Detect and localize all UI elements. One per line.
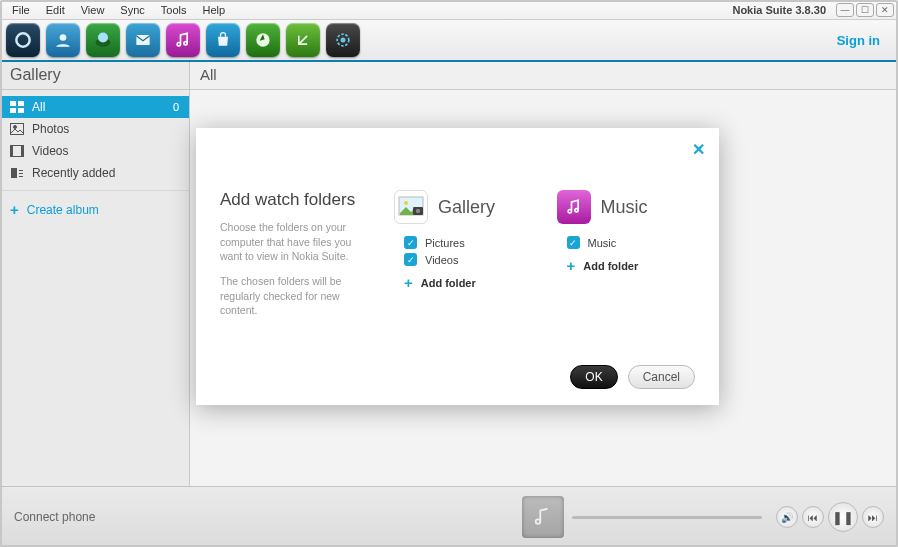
plus-icon: + (567, 257, 576, 274)
checkbox-label: Pictures (425, 237, 465, 249)
svg-rect-16 (22, 146, 24, 157)
music-col-icon (557, 190, 591, 224)
menu-view[interactable]: View (73, 2, 113, 18)
svg-point-24 (416, 209, 420, 213)
plus-icon: + (10, 201, 19, 218)
music-column: Music ✓ Music + Add folder (557, 146, 696, 328)
checkbox-checked-icon: ✓ (567, 236, 580, 249)
sidebar-item-all[interactable]: All 0 (0, 96, 189, 118)
svg-point-1 (60, 34, 67, 41)
sidebar-item-label: All (32, 100, 45, 114)
svg-point-3 (98, 33, 108, 43)
sidebar-item-count: 0 (173, 101, 179, 113)
app-title: Nokia Suite 3.8.30 (732, 4, 826, 16)
minimize-button[interactable]: — (836, 3, 854, 17)
checkbox-label: Videos (425, 254, 458, 266)
gallery-col-title: Gallery (438, 197, 495, 218)
music-add-folder-button[interactable]: + Add folder (567, 257, 696, 274)
add-folder-label: Add folder (583, 260, 638, 272)
menu-help[interactable]: Help (195, 2, 234, 18)
menu-tools[interactable]: Tools (153, 2, 195, 18)
dialog-desc-2: The chosen folders will be regularly che… (220, 274, 370, 318)
svg-rect-12 (11, 124, 24, 135)
window-controls: — ☐ ✕ (836, 3, 894, 17)
sidebar-item-photos[interactable]: Photos (0, 118, 189, 140)
add-watch-folders-dialog: ✕ Add watch folders Choose the folders o… (196, 128, 719, 405)
svg-rect-19 (19, 173, 23, 174)
main-toolbar: Sign in (0, 20, 898, 62)
music-checkbox-row[interactable]: ✓ Music (567, 236, 696, 249)
gallery-icon[interactable] (86, 23, 120, 57)
progress-bar[interactable] (572, 516, 762, 519)
connect-phone-label[interactable]: Connect phone (14, 510, 95, 524)
gallery-column: Gallery ✓ Pictures ✓ Videos + Add folder (394, 146, 533, 328)
svg-rect-9 (18, 101, 24, 106)
bottom-bar: Connect phone 🔊 ⏮ ❚❚ ⏭ (0, 486, 898, 547)
volume-button[interactable]: 🔊 (776, 506, 798, 528)
cancel-button[interactable]: Cancel (628, 365, 695, 389)
menu-file[interactable]: File (4, 2, 38, 18)
home-icon[interactable] (6, 23, 40, 57)
checkbox-checked-icon: ✓ (404, 236, 417, 249)
svg-rect-8 (10, 101, 16, 106)
music-icon[interactable] (166, 23, 200, 57)
sidebar-item-label: Photos (32, 122, 69, 136)
album-art (522, 496, 564, 538)
content-title: All (190, 62, 898, 89)
video-icon (10, 145, 24, 157)
svg-rect-20 (19, 176, 23, 177)
store-icon[interactable] (206, 23, 240, 57)
ok-button[interactable]: OK (570, 365, 617, 389)
dialog-close-button[interactable]: ✕ (692, 140, 705, 159)
sidebar-title: Gallery (0, 62, 190, 89)
dialog-desc-1: Choose the folders on your computer that… (220, 220, 370, 264)
grid-icon (10, 101, 24, 113)
close-button[interactable]: ✕ (876, 3, 894, 17)
dialog-title: Add watch folders (220, 190, 370, 210)
gallery-col-icon (394, 190, 428, 224)
sign-in-link[interactable]: Sign in (837, 33, 880, 48)
svg-point-13 (14, 126, 17, 129)
svg-rect-17 (11, 168, 17, 178)
settings-icon[interactable] (326, 23, 360, 57)
menu-bar: File Edit View Sync Tools Help Nokia Sui… (0, 0, 898, 20)
svg-point-22 (404, 201, 408, 205)
sidebar-item-recent[interactable]: Recently added (0, 162, 189, 184)
next-button[interactable]: ⏭ (862, 506, 884, 528)
svg-rect-18 (19, 170, 23, 171)
svg-point-0 (16, 33, 29, 46)
checkbox-label: Music (588, 237, 617, 249)
sidebar: All 0 Photos Videos Recently added + Cre… (0, 90, 190, 486)
play-pause-button[interactable]: ❚❚ (828, 502, 858, 532)
gallery-add-folder-button[interactable]: + Add folder (404, 274, 533, 291)
svg-rect-11 (18, 108, 24, 113)
svg-point-7 (341, 38, 344, 41)
maps-icon[interactable] (246, 23, 280, 57)
recent-icon (10, 167, 24, 179)
checkbox-checked-icon: ✓ (404, 253, 417, 266)
videos-checkbox-row[interactable]: ✓ Videos (404, 253, 533, 266)
sidebar-item-label: Recently added (32, 166, 115, 180)
menu-sync[interactable]: Sync (112, 2, 152, 18)
add-folder-label: Add folder (421, 277, 476, 289)
menu-edit[interactable]: Edit (38, 2, 73, 18)
plus-icon: + (404, 274, 413, 291)
prev-button[interactable]: ⏮ (802, 506, 824, 528)
create-album-button[interactable]: + Create album (0, 190, 189, 228)
section-header: Gallery All (0, 62, 898, 90)
music-player: 🔊 ⏮ ❚❚ ⏭ (522, 496, 884, 538)
sidebar-item-label: Videos (32, 144, 68, 158)
update-icon[interactable] (286, 23, 320, 57)
photo-icon (10, 123, 24, 135)
music-col-title: Music (601, 197, 648, 218)
pictures-checkbox-row[interactable]: ✓ Pictures (404, 236, 533, 249)
messaging-icon[interactable] (126, 23, 160, 57)
svg-rect-15 (11, 146, 13, 157)
sidebar-item-videos[interactable]: Videos (0, 140, 189, 162)
svg-rect-10 (10, 108, 16, 113)
contacts-icon[interactable] (46, 23, 80, 57)
maximize-button[interactable]: ☐ (856, 3, 874, 17)
create-album-label: Create album (27, 203, 99, 217)
svg-rect-4 (136, 35, 149, 45)
